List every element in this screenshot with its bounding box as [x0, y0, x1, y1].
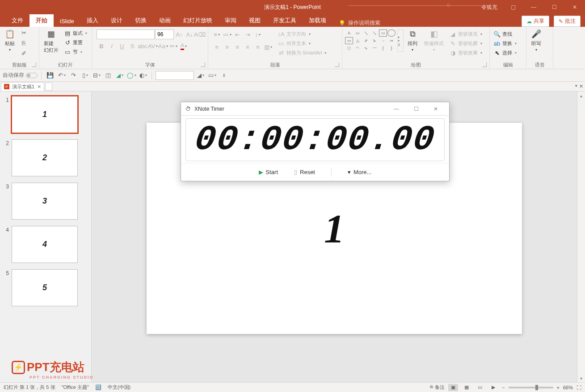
change-case-button[interactable]: Aa — [158, 41, 168, 51]
slide-thumbnail-2[interactable]: 2 — [12, 139, 78, 176]
drawing-launcher[interactable] — [482, 63, 487, 67]
convert-smartart-button[interactable]: ⇄转换为 SmartArt — [276, 48, 328, 57]
find-button[interactable]: 🔍查找 — [492, 29, 518, 38]
align-right-button[interactable]: ≡ — [232, 42, 242, 52]
share-button[interactable]: ☁共享 — [522, 16, 549, 27]
fit-window-button[interactable]: ⛶ — [577, 385, 581, 390]
shape-effects-button[interactable]: ◑形状效果 — [447, 48, 484, 57]
reset-button[interactable]: ↺重置 — [62, 38, 89, 47]
xnote-timer-window[interactable]: ⏱ XNote Timer — ☐ ✕ 00:00:00.00 ▶Start ▯… — [181, 102, 450, 181]
autosave-toggle[interactable] — [26, 73, 38, 78]
tab-addin[interactable]: 加载项 — [303, 14, 332, 27]
cut-button[interactable]: ✂ — [19, 28, 29, 38]
ribbon-display-options-icon[interactable]: ▢ — [503, 0, 523, 14]
comments-button[interactable]: ✎批注 — [554, 16, 581, 27]
font-color-button[interactable]: A — [179, 41, 189, 51]
qat-crop-button[interactable]: ◫ — [103, 71, 113, 80]
xnote-titlebar[interactable]: ⏱ XNote Timer — ☐ ✕ — [181, 102, 449, 116]
columns-button[interactable]: ▥ — [263, 42, 273, 52]
undo-button[interactable]: ↶ — [57, 71, 67, 80]
bold-button[interactable]: B — [97, 41, 106, 51]
qat-customize-button[interactable]: ⊻ — [219, 71, 229, 80]
decrease-indent-button[interactable]: ⇤ — [232, 29, 242, 39]
zoom-level[interactable]: 66% — [563, 385, 573, 390]
slide-thumbnail-3[interactable]: 3 — [12, 183, 78, 220]
section-button[interactable]: ▭节 — [62, 47, 89, 56]
format-painter-button[interactable]: ✐ — [19, 48, 29, 58]
slide-thumbnail-4[interactable]: 4 — [12, 226, 78, 263]
align-text-button[interactable]: ▭对齐文本 — [276, 39, 328, 48]
align-left-button[interactable]: ≡ — [212, 42, 222, 52]
decrease-font-button[interactable]: A↓ — [185, 29, 194, 39]
font-size-combo[interactable] — [155, 29, 174, 39]
select-button[interactable]: ⬉选择 — [492, 48, 518, 57]
theme-name[interactable]: "Office 主题" — [62, 384, 89, 391]
italic-button[interactable]: I — [107, 41, 117, 51]
tab-file[interactable]: 文件 — [5, 14, 29, 27]
clipboard-launcher[interactable] — [32, 63, 36, 67]
strike-button[interactable]: S — [127, 41, 137, 51]
language-indicator[interactable]: 中文(中国) — [108, 384, 130, 391]
more-button[interactable]: ▾More... — [348, 169, 371, 175]
normal-view-button[interactable]: ▣ — [448, 384, 458, 391]
spell-check-icon[interactable]: 🔡 — [95, 384, 101, 390]
scroll-up-icon[interactable]: ▴ — [577, 92, 585, 100]
bullets-button[interactable]: ≡ — [212, 29, 222, 39]
tab-transition[interactable]: 切换 — [129, 14, 153, 27]
xnote-maximize-icon[interactable]: ☐ — [406, 103, 426, 115]
shapes-more-button[interactable]: ▴▾⊻ — [397, 29, 404, 52]
tab-insert[interactable]: 插入 — [80, 14, 105, 27]
slide-thumbnail-5[interactable]: 5 — [12, 269, 78, 306]
numbering-button[interactable]: ≔ — [222, 29, 232, 39]
qat-btn-a[interactable]: ◢ — [196, 71, 206, 80]
xnote-close-icon[interactable]: ✕ — [426, 103, 446, 115]
tab-islide[interactable]: iSlide — [54, 16, 80, 27]
slide-counter[interactable]: 幻灯片 第 1 张，共 5 张 — [4, 384, 55, 391]
user-name[interactable]: 令狐充 — [476, 4, 503, 11]
qat-effects-button[interactable]: ◐ — [138, 71, 148, 80]
minimize-icon[interactable]: — — [523, 0, 544, 14]
font-launcher[interactable] — [201, 63, 205, 67]
close-all-tabs-button[interactable]: ✕ — [579, 83, 583, 89]
tab-developer[interactable]: 开发工具 — [267, 14, 303, 27]
dictate-button[interactable]: 🎤听写▾ — [528, 28, 544, 53]
xnote-minimize-icon[interactable]: — — [387, 103, 406, 115]
start-button[interactable]: ▶Start — [259, 169, 278, 175]
tab-home[interactable]: 开始 — [29, 14, 54, 27]
qat-align-button[interactable]: ⊟ — [92, 71, 101, 80]
underline-button[interactable]: U — [117, 41, 127, 51]
shape-fill-button[interactable]: ◢形状填充 — [447, 29, 484, 38]
zoom-out-button[interactable]: − — [502, 385, 505, 390]
tab-view[interactable]: 视图 — [243, 14, 267, 27]
tab-slideshow[interactable]: 幻灯片放映 — [177, 14, 219, 27]
close-tab-icon[interactable]: ✕ — [37, 84, 41, 90]
tell-me-search[interactable]: 💡 操作说明搜索 — [332, 19, 387, 27]
text-direction-button[interactable]: ↕A文字方向 — [276, 29, 328, 38]
shapes-gallery[interactable]: A▭＼＼▭ ▭△⇗↳→⇒ ⬡◠∿〰{} — [345, 29, 396, 52]
tab-design[interactable]: 设计 — [105, 14, 129, 27]
highlight-button[interactable]: ✏ — [168, 41, 178, 51]
reading-view-button[interactable]: ▭ — [475, 384, 485, 391]
font-name-combo[interactable] — [97, 29, 155, 39]
qat-btn-1[interactable]: ▯ — [80, 71, 90, 80]
redo-button[interactable]: ↷ — [68, 71, 78, 80]
zoom-slider[interactable] — [509, 387, 553, 388]
tab-review[interactable]: 审阅 — [219, 14, 243, 27]
new-doc-tab-button[interactable] — [45, 83, 52, 91]
quick-styles-button[interactable]: ◧快速样式▾ — [421, 28, 446, 53]
shape-outline-button[interactable]: ✎形状轮廓 — [447, 39, 484, 48]
char-spacing-button[interactable]: AV — [148, 41, 158, 51]
doc-tab-1[interactable]: P 演示文稿1 ✕ — [1, 82, 44, 91]
increase-indent-button[interactable]: ⇥ — [243, 29, 253, 39]
maximize-icon[interactable]: ☐ — [544, 0, 564, 14]
tab-nav-dropdown[interactable]: ▾ — [575, 83, 577, 89]
replace-button[interactable]: ab替换 — [492, 39, 518, 48]
paste-button[interactable]: 📋 粘贴 ▾ — [2, 28, 18, 53]
increase-font-button[interactable]: A↑ — [174, 29, 184, 39]
slide-thumbnail-1[interactable]: 1 — [12, 96, 78, 133]
layout-button[interactable]: ▤版式 — [62, 29, 89, 38]
shadow-button[interactable]: abc — [138, 41, 147, 51]
qat-fill-button[interactable]: ◢ — [115, 71, 125, 80]
qat-shape-button[interactable]: ◯ — [126, 71, 136, 80]
tab-animation[interactable]: 动画 — [153, 14, 177, 27]
